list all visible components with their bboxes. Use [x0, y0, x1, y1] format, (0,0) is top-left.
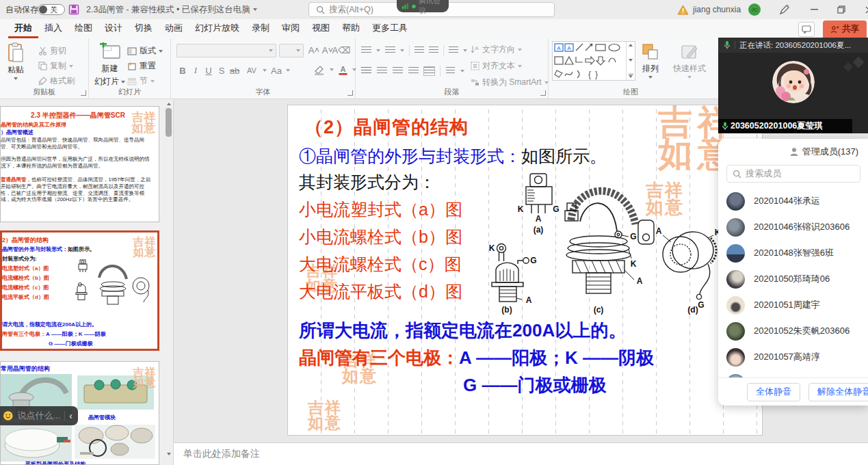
tab-view[interactable]: 视图 [306, 18, 336, 38]
change-case-button[interactable]: Aa [267, 64, 285, 77]
member-row[interactable]: 20201051周建宇 [726, 292, 863, 318]
chat-input-placeholder[interactable]: 说点什么... [18, 410, 61, 422]
distributed-icon[interactable] [424, 67, 434, 75]
emoji-icon[interactable] [3, 410, 14, 421]
thumbnails-scrollbar[interactable] [164, 99, 173, 465]
member-row[interactable]: 20201052朱奕帆203606 [726, 318, 863, 344]
autosave-toggle[interactable]: 关 [38, 0, 65, 19]
tab-home[interactable]: 开始 [8, 18, 38, 38]
slide-thumbnail-2-selected[interactable]: 2）晶闸管的结构 晶闸管的外形与封装形式：如图所示。 封装形式分为: 电流塑封式… [0, 230, 159, 351]
member-row[interactable]: 20201048张智强6班 [726, 240, 863, 266]
align-center-icon[interactable] [377, 67, 387, 75]
slide-note-current[interactable]: 所谓大电流，指额定电流在200A以上的。 [299, 319, 626, 343]
bold-button[interactable]: B [176, 64, 189, 77]
char-spacing-button[interactable]: AV [241, 64, 262, 77]
align-left-icon[interactable] [361, 67, 371, 75]
account-name[interactable]: jiang chunxia [693, 0, 741, 19]
quick-styles-button[interactable]: 快速样式 [673, 42, 706, 79]
columns-icon[interactable] [446, 67, 455, 75]
align-text-button[interactable]: 对齐文本 [471, 60, 522, 72]
gallery-more-icon[interactable] [629, 74, 633, 79]
arrange-button[interactable]: 排列 [641, 42, 660, 79]
slide-line-type-c[interactable]: 大电流螺栓式（c）图 [299, 253, 462, 276]
copy-button[interactable]: 复制 [38, 60, 73, 72]
member-row[interactable]: 20201046张镕识203606 [726, 214, 863, 240]
slide-line-type-a[interactable]: 小电流塑封式（a）图 [299, 198, 462, 221]
grow-font-button[interactable]: A˄ [308, 44, 320, 56]
font-color-button[interactable]: A [338, 64, 348, 75]
comments-button[interactable] [798, 22, 815, 37]
save-button[interactable] [68, 0, 79, 19]
unmute-all-button[interactable]: 解除全体静音 [808, 383, 868, 401]
collapse-chat-button[interactable]: ‹ [69, 410, 73, 421]
scrollbar-thumb[interactable] [166, 108, 172, 137]
format-painter-button[interactable]: 格式刷 [38, 75, 75, 87]
members-header[interactable]: 管理成员(137) [789, 146, 858, 158]
member-row[interactable]: 20201057高靖淳 [726, 344, 863, 370]
slide-editor[interactable]: 吉祥如意 吉祥如意 吉祥如意 吉祥如意 吉祥如意 （2）晶闸管的结构 ①晶闸管的… [287, 105, 763, 436]
member-row[interactable]: 20201050郑琦琦06 [726, 266, 863, 292]
strikethrough-button[interactable]: ab [228, 64, 241, 77]
tab-slideshow[interactable]: 幻灯片放映 [189, 18, 246, 38]
clear-format-button[interactable]: A⌫ [335, 44, 347, 56]
member-row[interactable]: 20201044张承运 [726, 188, 863, 214]
meeting-floating-bar[interactable]: 腾讯会议 [397, 0, 449, 12]
paste-button[interactable]: 粘贴 [7, 42, 25, 80]
notes-pane[interactable]: 单击此处添加备注 [174, 442, 868, 465]
bullet-list-icon[interactable] [361, 46, 371, 55]
increase-indent-icon[interactable] [429, 46, 438, 55]
thyristor-packages-figure[interactable]: K G A (a) K G A (b) G K A (c) A K G (d) [467, 171, 727, 318]
underline-button[interactable]: U [202, 64, 215, 77]
shadow-button[interactable]: S [215, 64, 228, 77]
section-button[interactable]: 节 [127, 75, 155, 87]
warning-indicator[interactable] [677, 0, 689, 19]
restore-button[interactable] [831, 1, 852, 18]
slide-line-forms[interactable]: 其封装形式分为： [299, 171, 436, 194]
numbered-list-icon[interactable] [385, 46, 395, 55]
justify-icon[interactable] [408, 67, 419, 75]
scroll-up-icon[interactable] [167, 103, 171, 105]
meeting-video-window[interactable]: 正在讲话: 20360520201006夏... 20360520201006 [718, 38, 868, 133]
shapes-gallery[interactable]: A A {} [552, 41, 635, 81]
font-name-select[interactable] [176, 44, 276, 57]
mute-all-button[interactable]: 全体静音 [747, 383, 800, 401]
meeting-chat-widget[interactable]: 说点什么... ‹ [0, 406, 78, 425]
slide-title[interactable]: （2）晶闸管的结构 [304, 115, 469, 140]
close-button[interactable] [858, 1, 868, 18]
tab-draw[interactable]: 绘图 [68, 18, 98, 38]
chevron-down-icon[interactable] [253, 8, 257, 11]
ink-pen-button[interactable] [778, 0, 790, 19]
decrease-indent-icon[interactable] [415, 46, 424, 55]
toggle-switch-icon[interactable]: 关 [38, 4, 65, 15]
slide-gate-line[interactable]: G ——门极或栅极 [463, 373, 606, 397]
layout-button[interactable]: 版式 [127, 45, 163, 57]
account-avatar[interactable]: JC [748, 0, 761, 19]
share-button[interactable]: 共享 [823, 21, 867, 38]
slide-line-packaging[interactable]: ①晶闸管的外形与封装形式：如图所示。 [299, 145, 607, 168]
scroll-down-icon[interactable] [167, 453, 171, 455]
member-search-input[interactable]: 搜索成员 [726, 165, 860, 183]
slide-electrodes-line[interactable]: 晶闸管有三个电极：A ——阳极；K ——阴极 [299, 346, 654, 370]
tab-insert[interactable]: 插入 [38, 18, 68, 38]
scroll-up-icon[interactable] [629, 44, 633, 46]
tab-record[interactable]: 录制 [246, 18, 276, 38]
slide-line-type-d[interactable]: 大电流平板式（d）图 [299, 280, 462, 303]
dialog-launcher-icon[interactable] [540, 90, 546, 96]
minimize-button[interactable] [804, 1, 824, 18]
cut-button[interactable]: 剪切 [38, 45, 66, 57]
line-spacing-icon[interactable] [449, 46, 458, 55]
dialog-launcher-icon[interactable] [81, 90, 86, 96]
reset-button[interactable]: 重置 [127, 60, 156, 72]
slide-thumbnail-1[interactable]: 2.3 半控型器件——晶闸管SCR 晶闸管的结构及其工作原理 ）晶闸管概述 晶闸… [0, 106, 159, 222]
new-slide-button[interactable]: 新建 幻灯片 [94, 42, 125, 88]
font-size-select[interactable] [279, 44, 304, 57]
highlight-button[interactable] [313, 64, 326, 75]
gallery-scroll[interactable] [626, 42, 635, 80]
tab-more-tools[interactable]: 更多工具 [366, 18, 414, 38]
tab-review[interactable]: 审阅 [276, 18, 306, 38]
tab-animations[interactable]: 动画 [159, 18, 189, 38]
slide-line-type-b[interactable]: 小电流螺栓式（b）图 [299, 226, 462, 248]
tab-transitions[interactable]: 切换 [129, 18, 159, 38]
tab-help[interactable]: 帮助 [336, 18, 366, 38]
italic-button[interactable]: I [189, 64, 202, 77]
